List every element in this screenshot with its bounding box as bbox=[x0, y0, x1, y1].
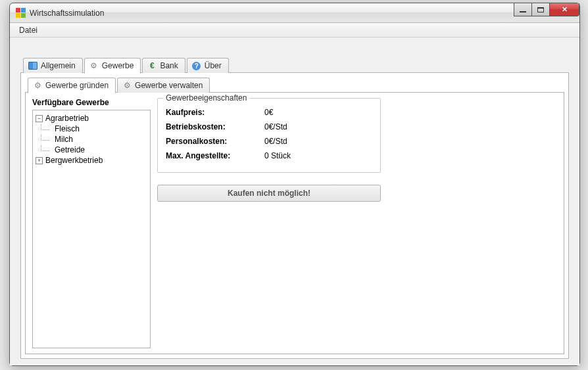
subtab-verwalten[interactable]: ⚙ Gewerbe verwalten bbox=[117, 78, 210, 93]
properties-fieldset: Gewerbeeigenschaften Kaufpreis: 0€ Betri… bbox=[157, 98, 381, 173]
close-button[interactable]: ✕ bbox=[549, 3, 579, 16]
menu-file[interactable]: Datei bbox=[14, 24, 43, 36]
tree-children-agrar: Fleisch Milch Getreide bbox=[36, 124, 147, 155]
money-icon: € bbox=[147, 60, 157, 71]
tab-label: Gewerbe bbox=[102, 61, 134, 70]
tree-node-agrar[interactable]: − Agrarbetrieb bbox=[36, 113, 147, 124]
prop-row-personalkosten: Personalkosten: 0€/Std bbox=[166, 134, 372, 149]
prop-value: 0€/Std bbox=[264, 122, 287, 131]
left-column: Verfügbare Gewerbe − Agrarbetrieb Fleisc… bbox=[32, 98, 151, 348]
tab-label: Allgemein bbox=[41, 61, 76, 70]
prop-label: Max. Angestellte: bbox=[166, 151, 264, 160]
tab-panel-gewerbe: ⚙ Gewerbe gründen ⚙ Gewerbe verwalten Ve… bbox=[20, 72, 569, 359]
prop-row-max-angestellte: Max. Angestellte: 0 Stück bbox=[166, 149, 372, 163]
tab-bank[interactable]: € Bank bbox=[142, 58, 185, 73]
collapse-icon[interactable]: − bbox=[36, 115, 43, 122]
tree-node-label: Milch bbox=[55, 135, 73, 144]
gear-add-icon: ⚙ bbox=[32, 80, 43, 91]
prop-label: Kaufpreis: bbox=[166, 108, 264, 117]
tree-node-bergwerk[interactable]: + Bergwerkbetrieb bbox=[36, 155, 147, 166]
menubar: Datei bbox=[10, 23, 579, 37]
prop-value: 0 Stück bbox=[264, 151, 291, 160]
tree-node-milch[interactable]: Milch bbox=[49, 134, 147, 145]
prop-label: Betriebskosten: bbox=[166, 122, 264, 131]
available-businesses-heading: Verfügbare Gewerbe bbox=[32, 98, 151, 107]
tree-node-label: Bergwerkbetrieb bbox=[45, 156, 103, 165]
minimize-icon bbox=[520, 11, 526, 12]
tab-label: Über bbox=[205, 61, 222, 70]
gear-icon: ⚙ bbox=[89, 60, 99, 71]
app-window: Wirtschaftssimulation ✕ Datei Allgemein … bbox=[9, 3, 580, 366]
subtab-label: Gewerbe gründen bbox=[45, 81, 109, 90]
subtab-panel-gruenden: Verfügbare Gewerbe − Agrarbetrieb Fleisc… bbox=[25, 92, 564, 354]
prop-row-kaufpreis: Kaufpreis: 0€ bbox=[166, 105, 372, 120]
book-icon bbox=[28, 60, 38, 71]
close-icon: ✕ bbox=[562, 5, 568, 14]
maximize-icon bbox=[537, 7, 544, 12]
window-controls: ✕ bbox=[514, 3, 579, 16]
tree-node-getreide[interactable]: Getreide bbox=[49, 145, 147, 155]
tab-gewerbe[interactable]: ⚙ Gewerbe bbox=[84, 58, 141, 74]
titlebar[interactable]: Wirtschaftssimulation ✕ bbox=[10, 3, 579, 23]
business-treeview[interactable]: − Agrarbetrieb Fleisch Milch Getreide + … bbox=[32, 110, 151, 348]
tab-ueber[interactable]: ? Über bbox=[187, 58, 229, 73]
prop-row-betriebskosten: Betriebskosten: 0€/Std bbox=[166, 120, 372, 134]
window-title: Wirtschaftssimulation bbox=[30, 9, 104, 18]
sub-tabstrip: ⚙ Gewerbe gründen ⚙ Gewerbe verwalten bbox=[25, 77, 564, 92]
content-area: Allgemein ⚙ Gewerbe € Bank ? Über ⚙ Gewe… bbox=[10, 37, 579, 365]
main-tabstrip: Allgemein ⚙ Gewerbe € Bank ? Über bbox=[20, 57, 569, 72]
tree-node-label: Fleisch bbox=[55, 124, 80, 133]
subtab-gruenden[interactable]: ⚙ Gewerbe gründen bbox=[28, 78, 116, 93]
tab-allgemein[interactable]: Allgemein bbox=[23, 58, 83, 73]
tab-label: Bank bbox=[160, 61, 178, 70]
fieldset-legend: Gewerbeeigenschaften bbox=[163, 93, 249, 103]
minimize-button[interactable] bbox=[514, 3, 532, 16]
app-icon bbox=[15, 8, 26, 18]
tree-node-label: Agrarbetrieb bbox=[45, 114, 89, 123]
right-column: Gewerbeeigenschaften Kaufpreis: 0€ Betri… bbox=[157, 98, 381, 348]
subtab-label: Gewerbe verwalten bbox=[135, 81, 203, 90]
expand-icon[interactable]: + bbox=[36, 157, 43, 164]
prop-label: Personalkosten: bbox=[166, 137, 264, 146]
tree-node-label: Getreide bbox=[55, 145, 85, 154]
maximize-button[interactable] bbox=[531, 3, 550, 16]
prop-value: 0€ bbox=[264, 108, 273, 117]
gear-edit-icon: ⚙ bbox=[122, 80, 132, 91]
prop-value: 0€/Std bbox=[264, 137, 287, 146]
tree-node-fleisch[interactable]: Fleisch bbox=[49, 124, 147, 134]
buy-button[interactable]: Kaufen nicht möglich! bbox=[157, 185, 381, 202]
help-icon: ? bbox=[191, 60, 202, 71]
